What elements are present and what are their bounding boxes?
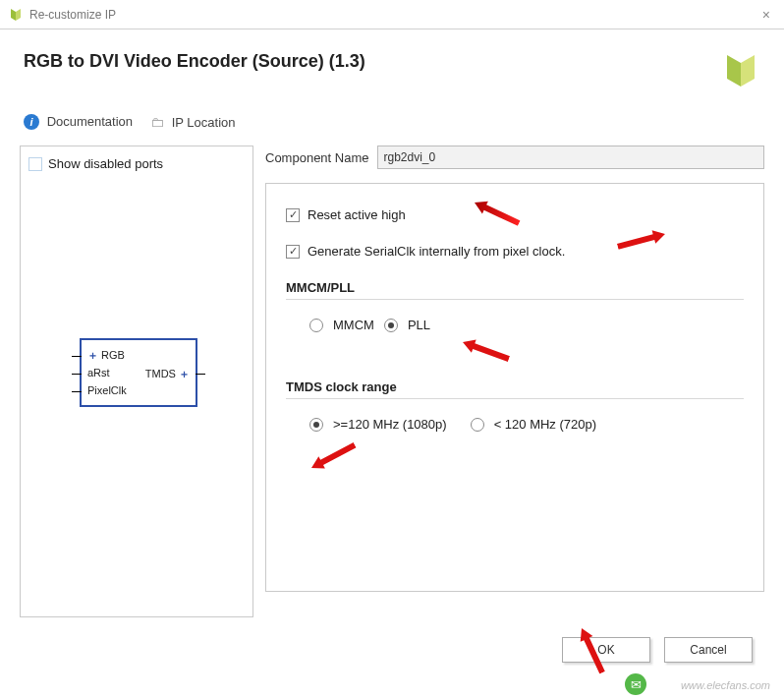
tmds-120plus-radio[interactable]	[309, 418, 323, 432]
ip-block-diagram: ＋ RGB aRst PixelClk TMDS ＋	[80, 338, 197, 407]
cancel-button[interactable]: Cancel	[664, 637, 753, 663]
vendor-logo-icon	[721, 51, 760, 90]
options-panel: ✓ Reset active high ✓ Generate SerialClk…	[265, 183, 764, 592]
subnav: i Documentation 🗀 IP Location	[0, 96, 784, 146]
page-title: RGB to DVI Video Encoder (Source) (1.3)	[24, 51, 365, 72]
port-tmds: TMDS ＋	[145, 367, 190, 381]
folder-icon: 🗀	[150, 114, 164, 130]
mmcm-radio[interactable]	[309, 319, 323, 332]
footer: OK Cancel	[0, 625, 784, 663]
tmds-120minus-radio[interactable]	[471, 418, 484, 432]
divider	[286, 299, 744, 300]
window-title: Re-customize IP	[29, 8, 756, 22]
ip-location-link[interactable]: 🗀 IP Location	[150, 114, 235, 130]
port-rgb: ＋ RGB	[87, 348, 125, 363]
tmds-clock-range-radio-group: >=120 MHz (1080p) < 120 MHz (720p)	[286, 417, 744, 432]
info-icon: i	[24, 114, 39, 130]
left-panel: Show disabled ports ＋ RGB aRst PixelClk …	[20, 146, 253, 617]
svg-marker-0	[472, 197, 522, 230]
close-icon[interactable]: ×	[756, 7, 776, 23]
pll-radio[interactable]	[384, 319, 398, 332]
generate-serialclk-checkbox[interactable]: ✓ Generate SerialClk internally from pix…	[286, 244, 744, 259]
component-name-label: Component Name	[265, 150, 369, 165]
titlebar: Re-customize IP ×	[0, 0, 784, 29]
mmcm-pll-section-label: MMCM/PLL	[286, 280, 744, 295]
annotation-arrow-icon	[471, 195, 523, 231]
wechat-icon: ✉	[625, 673, 646, 695]
show-disabled-ports-checkbox[interactable]: Show disabled ports	[28, 156, 245, 171]
documentation-link[interactable]: i Documentation	[24, 114, 133, 130]
mmcm-pll-radio-group: MMCM PLL	[286, 318, 744, 332]
checkbox-icon: ✓	[286, 245, 300, 259]
port-pixelclk: PixelClk	[87, 384, 127, 396]
header: RGB to DVI Video Encoder (Source) (1.3)	[0, 29, 784, 96]
component-name-input[interactable]	[377, 146, 765, 169]
annotation-arrow-icon	[308, 437, 360, 476]
ok-button[interactable]: OK	[562, 637, 650, 663]
checkbox-icon	[28, 157, 42, 171]
right-area: Component Name ✓ Reset active high ✓ Gen…	[265, 146, 764, 617]
watermark-text: www.elecfans.com	[681, 679, 770, 691]
wechat-watermark: ✉	[625, 673, 646, 695]
content: Show disabled ports ＋ RGB aRst PixelClk …	[0, 146, 784, 625]
tmds-clock-range-section-label: TMDS clock range	[286, 379, 744, 394]
component-name-row: Component Name	[265, 146, 764, 169]
app-logo-icon	[8, 7, 24, 23]
svg-marker-3	[308, 438, 359, 474]
port-arst: aRst	[87, 367, 110, 379]
divider	[286, 398, 744, 399]
checkbox-icon: ✓	[286, 208, 300, 222]
